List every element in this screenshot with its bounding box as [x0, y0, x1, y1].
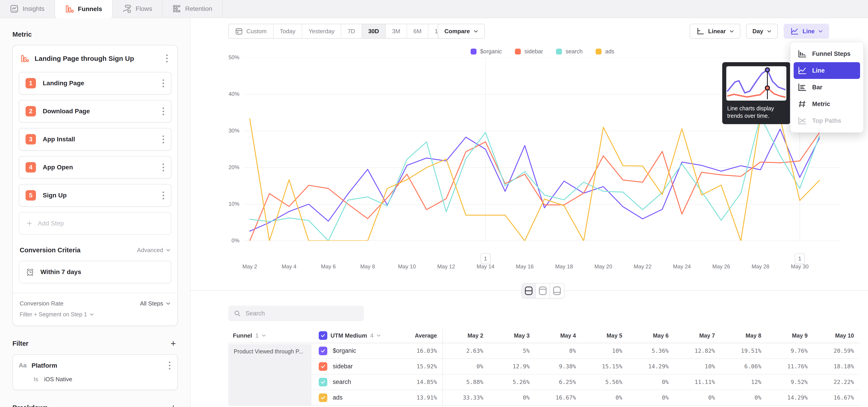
- date-column-header[interactable]: May 10: [813, 333, 860, 339]
- cell-value: 14.29%: [767, 394, 813, 401]
- range-30d[interactable]: 30D: [362, 24, 386, 38]
- date-column-header[interactable]: May 8: [720, 333, 767, 339]
- funnel-step-1[interactable]: 1Landing Page: [19, 72, 171, 95]
- step-label: Sign Up: [43, 192, 160, 199]
- string-type-icon: Aa: [19, 362, 27, 369]
- layout-chart-only-button[interactable]: [536, 284, 550, 298]
- legend-item-sidebar[interactable]: sidebar: [515, 48, 543, 55]
- step-kebab-menu[interactable]: [160, 78, 166, 89]
- tab-flows[interactable]: Flows: [113, 0, 162, 18]
- add-step-button[interactable]: Add Step: [19, 212, 171, 235]
- menu-item-metric[interactable]: Metric: [794, 96, 860, 113]
- legend-item-ads[interactable]: ads: [596, 48, 614, 55]
- funnel-step-5[interactable]: 5Sign Up: [19, 184, 171, 207]
- menu-item-label: Top Paths: [812, 117, 841, 124]
- menu-item-line[interactable]: Line: [794, 62, 860, 79]
- filter-segment-dropdown[interactable]: Filter + Segment on Step 1: [20, 311, 170, 318]
- advanced-dropdown[interactable]: Advanced: [137, 247, 170, 254]
- add-breakdown-button[interactable]: +: [169, 403, 178, 407]
- breakdown-column-label: UTM Medium: [331, 332, 367, 339]
- annotation-badge[interactable]: 1: [795, 253, 805, 264]
- add-filter-button[interactable]: +: [169, 339, 178, 348]
- step-kebab-menu[interactable]: [160, 134, 166, 145]
- range-yesterday[interactable]: Yesterday: [302, 24, 341, 38]
- step-kebab-menu[interactable]: [160, 190, 166, 201]
- row-checkbox-search[interactable]: [319, 378, 327, 386]
- step-kebab-menu[interactable]: [160, 162, 166, 173]
- funnel-name-cell[interactable]: Product Viewed through P...: [228, 344, 311, 405]
- table-row-organic: $organic16.03%2.63%5%8%10%5.36%12.82%19.…: [228, 343, 860, 359]
- x-axis-label: May 22: [634, 263, 652, 270]
- y-axis-label: 0%: [215, 238, 239, 244]
- interval-dropdown[interactable]: Day: [746, 24, 778, 39]
- legend-item-organic[interactable]: $organic: [471, 48, 502, 55]
- range-3m[interactable]: 3M: [386, 24, 407, 38]
- range-today[interactable]: Today: [274, 24, 302, 38]
- chart-type-dropdown[interactable]: Line: [784, 24, 829, 39]
- legend-item-search[interactable]: search: [556, 48, 583, 55]
- date-column-header[interactable]: May 4: [535, 333, 581, 339]
- breakdown-section-header: Breakdown +: [12, 403, 178, 407]
- table-search-input[interactable]: Search: [228, 306, 364, 321]
- funnel-column-dropdown[interactable]: Funnel1: [233, 332, 319, 339]
- menu-item-bar[interactable]: Bar: [794, 79, 860, 96]
- filter-card[interactable]: Aa Platform Is iOS Native: [12, 354, 178, 390]
- cell-value: 0%: [628, 379, 674, 385]
- average-value: 15.92%: [391, 363, 442, 370]
- conversion-window-control[interactable]: Within 7 days: [19, 261, 171, 283]
- date-column-header[interactable]: May 3: [489, 333, 535, 339]
- date-column-header[interactable]: May 7: [674, 333, 720, 339]
- layout-table-only-button[interactable]: [550, 284, 564, 298]
- range-custom[interactable]: Custom: [229, 24, 274, 38]
- search-placeholder: Search: [246, 310, 265, 317]
- chevron-down-icon: [818, 30, 823, 33]
- tab-retention[interactable]: Retention: [162, 0, 223, 18]
- cell-value: 10%: [674, 363, 720, 370]
- funnel-metric-header[interactable]: Landing Page through Sign Up: [19, 53, 171, 64]
- bar-chart-icon: [797, 83, 807, 92]
- breakdown-column-dropdown[interactable]: UTM Medium4: [319, 331, 391, 340]
- row-checkbox-ads[interactable]: [319, 394, 327, 402]
- layout: Metric Landing Page through Sign Up 1Lan…: [0, 18, 868, 407]
- x-axis-label: May 18: [555, 263, 573, 270]
- cell-value: 6.25%: [535, 379, 581, 385]
- menu-item-funnel-steps[interactable]: Funnel Steps: [794, 45, 860, 62]
- x-axis-label: May 4: [282, 263, 296, 270]
- conversion-rate-row: Conversion Rate All Steps: [19, 293, 171, 308]
- layout-split-button[interactable]: [522, 284, 536, 298]
- average-column-header[interactable]: Average: [391, 333, 442, 339]
- legend-label: $organic: [480, 48, 502, 55]
- date-column-header[interactable]: May 5: [581, 333, 628, 339]
- metric-card: Landing Page through Sign Up 1Landing Pa…: [12, 45, 178, 326]
- tab-insights[interactable]: Insights: [0, 0, 55, 18]
- tab-funnels[interactable]: Funnels: [55, 0, 113, 18]
- cell-value: 12.9%: [489, 363, 535, 370]
- funnel-step-2[interactable]: 2Download Page: [19, 100, 171, 123]
- compare-button[interactable]: Compare: [438, 24, 485, 39]
- funnel-title: Landing Page through Sign Up: [35, 55, 158, 62]
- filter-condition[interactable]: Is iOS Native: [34, 376, 173, 383]
- funnel-steps-list: 1Landing Page2Download Page3App Install4…: [19, 72, 171, 207]
- row-checkbox-sidebar[interactable]: [319, 362, 327, 371]
- range-6m[interactable]: 6M: [407, 24, 428, 38]
- cell-value: 9.52%: [767, 379, 813, 385]
- filter-kebab-menu[interactable]: [166, 360, 173, 371]
- insights-icon: [10, 4, 19, 13]
- x-axis-label: May 12: [437, 263, 455, 270]
- range-7d[interactable]: 7D: [341, 24, 362, 38]
- funnel-step-3[interactable]: 3App Install: [19, 128, 171, 151]
- chevron-down-icon: [730, 30, 734, 33]
- scale-dropdown[interactable]: Linear: [690, 24, 740, 39]
- step-kebab-menu[interactable]: [160, 106, 166, 117]
- funnel-step-4[interactable]: 4App Open: [19, 156, 171, 179]
- funnel-kebab-menu[interactable]: [164, 53, 170, 64]
- select-all-checkbox[interactable]: [319, 331, 327, 340]
- cell-value: 22.22%: [813, 379, 860, 385]
- all-steps-dropdown[interactable]: All Steps: [140, 300, 170, 307]
- row-checkbox-organic[interactable]: [319, 347, 327, 355]
- date-column-header[interactable]: May 9: [767, 333, 813, 339]
- date-column-header[interactable]: May 6: [628, 333, 674, 339]
- date-column-header[interactable]: May 2: [442, 333, 489, 339]
- legend-swatch: [515, 49, 521, 55]
- annotation-badge[interactable]: 1: [480, 253, 491, 264]
